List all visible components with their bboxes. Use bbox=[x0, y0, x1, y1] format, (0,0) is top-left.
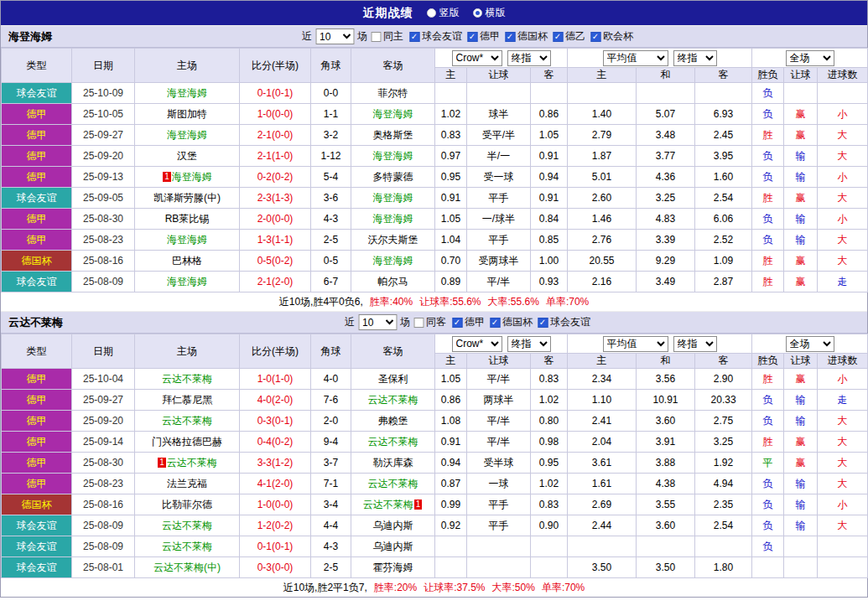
away-team-link[interactable]: 海登海姆 bbox=[373, 255, 413, 267]
same-venue-checkbox[interactable]: 同主 bbox=[371, 29, 403, 44]
europe-draw-odds: 3.91 bbox=[637, 432, 695, 453]
asia-company-select[interactable]: Crow* bbox=[452, 336, 502, 352]
home-team-link[interactable]: 海登海姆 bbox=[167, 234, 207, 246]
score-link[interactable]: 3-3(1-2) bbox=[240, 453, 311, 474]
col-header-score: 比分(半场) bbox=[240, 334, 311, 369]
away-team-link[interactable]: 海登海姆 bbox=[373, 108, 413, 120]
home-team-link[interactable]: 海登海姆 bbox=[172, 171, 212, 183]
asia-handicap: 平/半 bbox=[467, 369, 531, 390]
home-team-link[interactable]: 法兰克福 bbox=[167, 478, 207, 489]
away-team-link[interactable]: 圣保利 bbox=[378, 373, 408, 385]
home-team-link[interactable]: 海登海姆 bbox=[167, 276, 207, 287]
score-link[interactable]: 2-0(0-0) bbox=[240, 209, 311, 230]
same-venue-checkbox[interactable]: 同客 bbox=[413, 315, 446, 329]
match-date: 25-09-27 bbox=[72, 390, 135, 411]
score-link[interactable]: 4-0(2-0) bbox=[240, 390, 311, 411]
score-link[interactable]: 0-3(0-1) bbox=[240, 411, 311, 432]
europe-time-select[interactable]: 终指 bbox=[673, 50, 717, 66]
score-link[interactable]: 0-2(0-2) bbox=[240, 167, 311, 188]
home-team-link[interactable]: 巴林格 bbox=[172, 255, 202, 267]
home-team-link[interactable]: 云达不莱梅 bbox=[167, 457, 217, 468]
away-team-link[interactable]: 云达不莱梅 bbox=[368, 394, 418, 406]
away-team-link[interactable]: 沃尔夫斯堡 bbox=[368, 234, 418, 246]
away-team-link[interactable]: 海登海姆 bbox=[373, 213, 413, 225]
score-link[interactable]: 1-0(0-0) bbox=[240, 104, 311, 125]
score-link[interactable]: 0-3(0-0) bbox=[240, 557, 311, 578]
league-type-badge: 德国杯 bbox=[2, 251, 72, 272]
home-team-link[interactable]: 汉堡 bbox=[177, 150, 197, 162]
home-team-cell: 云达不莱梅 bbox=[135, 536, 240, 557]
home-team-link[interactable]: 门兴格拉德巴赫 bbox=[152, 436, 222, 448]
home-team-link[interactable]: 比勒菲尔德 bbox=[162, 499, 212, 510]
europe-away-odds: 2.54 bbox=[695, 515, 752, 536]
europe-company-select[interactable]: 平均值 bbox=[603, 336, 668, 352]
league-checkbox[interactable]: ✓球会友谊 bbox=[538, 315, 590, 329]
score-link[interactable]: 2-1(1-0) bbox=[240, 146, 311, 167]
league-checkbox[interactable]: ✓球会友谊 bbox=[409, 29, 462, 44]
away-team-link[interactable]: 勒沃库森 bbox=[373, 457, 413, 468]
score-link[interactable]: 1-0(0-0) bbox=[240, 494, 311, 515]
league-checkbox[interactable]: ✓德乙 bbox=[553, 29, 585, 44]
away-team-link[interactable]: 海登海姆 bbox=[373, 192, 413, 204]
games-label: 场 bbox=[400, 315, 410, 329]
away-team-link[interactable]: 弗赖堡 bbox=[378, 415, 408, 427]
away-team-link[interactable]: 云达不莱梅 bbox=[368, 478, 418, 489]
match-count-select[interactable]: 10 bbox=[315, 28, 354, 44]
asia-company-select[interactable]: Crow* bbox=[452, 50, 502, 66]
score-link[interactable]: 0-4(0-2) bbox=[240, 432, 311, 453]
score-link[interactable]: 0-1(0-1) bbox=[240, 83, 311, 104]
scope-select[interactable]: 全场 bbox=[786, 50, 834, 66]
score-link[interactable]: 0-1(0-1) bbox=[240, 536, 311, 557]
home-team-link[interactable]: 海登海姆 bbox=[167, 87, 207, 99]
league-checkbox[interactable]: ✓德国杯 bbox=[505, 29, 548, 44]
handicap-result-cell: 赢 bbox=[784, 453, 818, 474]
asia-away-odds: 1.02 bbox=[531, 390, 568, 411]
score-link[interactable]: 4-1(2-0) bbox=[240, 474, 311, 494]
away-team-link[interactable]: 奥格斯堡 bbox=[373, 129, 413, 141]
home-team-link[interactable]: 云达不莱梅(中) bbox=[153, 562, 221, 573]
radio-vertical[interactable]: 竖版 bbox=[427, 6, 460, 20]
away-team-link[interactable]: 乌迪内斯 bbox=[373, 541, 413, 552]
home-team-link[interactable]: 斯图加特 bbox=[167, 108, 207, 120]
europe-company-select[interactable]: 平均值 bbox=[603, 50, 668, 66]
result-cell: 负 bbox=[752, 515, 784, 536]
scope-select[interactable]: 全场 bbox=[786, 336, 834, 352]
away-team-link[interactable]: 多特蒙德 bbox=[373, 171, 413, 183]
summary-stat: 大率:50% bbox=[492, 581, 535, 595]
league-checkbox[interactable]: ✓德甲 bbox=[467, 29, 500, 44]
away-team-cell: 云达不莱梅 bbox=[351, 432, 435, 453]
match-count-select[interactable]: 10 bbox=[358, 314, 397, 330]
score-link[interactable]: 1-3(1-1) bbox=[240, 230, 311, 251]
away-team-link[interactable]: 乌迪内斯 bbox=[373, 520, 413, 531]
score-link[interactable]: 2-1(2-0) bbox=[240, 272, 311, 292]
asia-time-select[interactable]: 终指 bbox=[507, 50, 551, 66]
league-checkbox[interactable]: ✓欧会杯 bbox=[590, 29, 633, 44]
score-link[interactable]: 1-2(0-2) bbox=[240, 515, 311, 536]
away-team-link[interactable]: 云达不莱梅 bbox=[363, 499, 413, 510]
league-checkbox[interactable]: ✓德国杯 bbox=[490, 315, 533, 329]
away-team-link[interactable]: 霍芬海姆 bbox=[373, 562, 413, 573]
away-team-link[interactable]: 海登海姆 bbox=[373, 150, 413, 162]
away-team-link[interactable]: 菲尔特 bbox=[378, 87, 408, 99]
home-team-link[interactable]: 海登海姆 bbox=[167, 129, 207, 141]
league-checkbox[interactable]: ✓德甲 bbox=[452, 315, 485, 329]
home-team-link[interactable]: 云达不莱梅 bbox=[162, 415, 212, 427]
home-team-link[interactable]: 云达不莱梅 bbox=[162, 373, 212, 385]
home-team-link[interactable]: 拜仁慕尼黑 bbox=[162, 394, 212, 406]
score-link[interactable]: 2-3(1-3) bbox=[240, 188, 311, 209]
home-team-link[interactable]: 云达不莱梅 bbox=[162, 520, 212, 531]
league-type-badge: 球会友谊 bbox=[2, 188, 72, 209]
radio-horizontal[interactable]: 横版 bbox=[473, 6, 506, 20]
away-team-link[interactable]: 帕尔马 bbox=[378, 276, 408, 287]
away-team-link[interactable]: 云达不莱梅 bbox=[368, 436, 418, 448]
score-link[interactable]: 1-0(1-0) bbox=[240, 369, 311, 390]
score-link[interactable]: 0-5(0-2) bbox=[240, 251, 311, 272]
asia-time-select[interactable]: 终指 bbox=[507, 336, 551, 352]
view-mode-radios: 竖版横版 bbox=[413, 6, 506, 21]
score-link[interactable]: 2-1(0-0) bbox=[240, 125, 311, 146]
home-team-link[interactable]: RB莱比锡 bbox=[165, 213, 210, 225]
home-team-link[interactable]: 云达不莱梅 bbox=[162, 541, 212, 552]
result-cell: 负 bbox=[752, 104, 784, 125]
europe-time-select[interactable]: 终指 bbox=[673, 336, 717, 352]
home-team-link[interactable]: 凯泽斯劳滕(中) bbox=[153, 192, 221, 204]
